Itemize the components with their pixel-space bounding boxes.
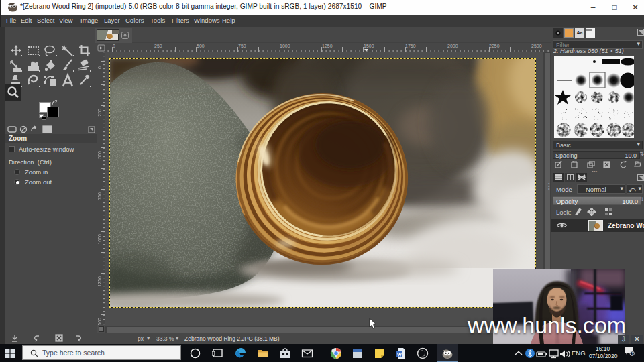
svg-text:1: 1 [631, 351, 634, 356]
